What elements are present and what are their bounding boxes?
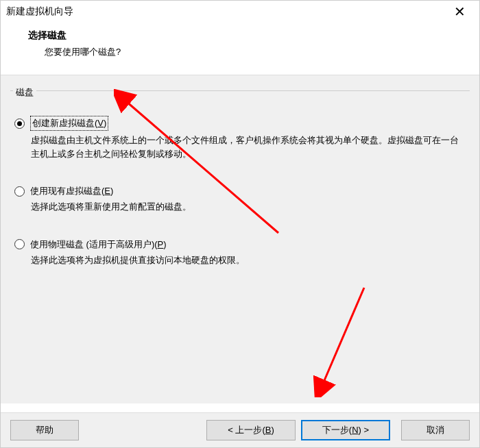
back-button[interactable]: < 上一步(B) — [206, 420, 296, 440]
svg-line-1 — [323, 288, 364, 384]
cancel-button[interactable]: 取消 — [401, 420, 470, 440]
radio-icon[interactable] — [14, 119, 25, 129]
page-title: 选择磁盘 — [28, 29, 452, 42]
button-bar: 帮助 < 上一步(B) 下一步(N) > 取消 — [1, 412, 479, 447]
window-title: 新建虚拟机向导 — [6, 5, 73, 18]
option-physical-label: 使用物理磁盘 (适用于高级用户)(P) — [30, 238, 167, 251]
option-create-desc: 虚拟磁盘由主机文件系统上的一个或多个文件组成，客户机操作系统会将其视为单个硬盘。… — [14, 131, 466, 160]
spacer — [84, 420, 201, 440]
option-existing-disk[interactable]: 使用现有虚拟磁盘(E) 选择此选项将重新使用之前配置的磁盘。 — [14, 185, 466, 214]
option-existing-label: 使用现有虚拟磁盘(E) — [30, 185, 113, 197]
fieldset-label: 磁盘 — [13, 86, 36, 99]
radio-icon[interactable] — [14, 239, 25, 249]
next-button[interactable]: 下一步(N) > — [301, 420, 390, 440]
option-existing-desc: 选择此选项将重新使用之前配置的磁盘。 — [14, 197, 466, 214]
option-create-label: 创建新虚拟磁盘(V) — [30, 116, 108, 131]
radio-icon[interactable] — [14, 186, 25, 197]
help-button[interactable]: 帮助 — [10, 420, 79, 440]
annotation-arrow-2 — [296, 281, 378, 397]
option-create-new-disk[interactable]: 创建新虚拟磁盘(V) 虚拟磁盘由主机文件系统上的一个或多个文件组成，客户机操作系… — [14, 116, 466, 160]
option-physical-disk[interactable]: 使用物理磁盘 (适用于高级用户)(P) 选择此选项将为虚拟机提供直接访问本地硬盘… — [14, 238, 466, 267]
close-icon[interactable]: ✕ — [448, 5, 471, 18]
page-subtitle: 您要使用哪个磁盘? — [28, 46, 452, 58]
content-area: 磁盘 创建新虚拟磁盘(V) 虚拟磁盘由主机文件系统上的一个或多个文件组成，客户机… — [1, 75, 479, 403]
wizard-header: 选择磁盘 您要使用哪个磁盘? — [1, 21, 479, 75]
option-physical-desc: 选择此选项将为虚拟机提供直接访问本地硬盘的权限。 — [14, 251, 466, 267]
titlebar: 新建虚拟机向导 ✕ — [1, 1, 479, 21]
fieldset-border: 磁盘 — [10, 90, 470, 103]
disk-radio-group: 创建新虚拟磁盘(V) 虚拟磁盘由主机文件系统上的一个或多个文件组成，客户机操作系… — [10, 103, 470, 266]
